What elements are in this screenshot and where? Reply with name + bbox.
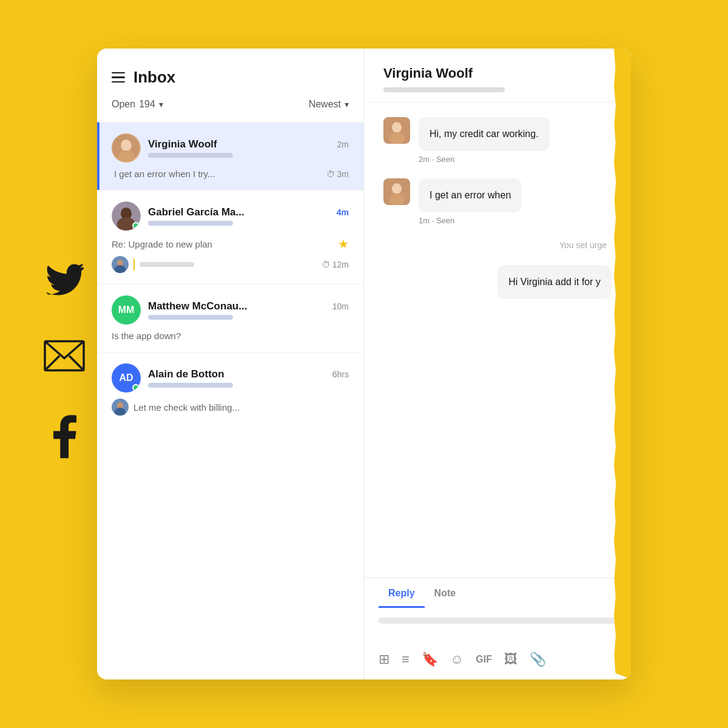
message-row-2: I get an error when 1m · Seen (383, 178, 612, 225)
msg-avatar-customer-2 (383, 178, 410, 205)
facebook-icon[interactable] (49, 415, 79, 464)
conv-preview-text-alain: Let me check with billing... (133, 402, 240, 413)
chat-contact-name: Virginia Woolf (383, 66, 473, 81)
conversation-item-virginia-woolf[interactable]: Virginia Woolf 2m I get an error when I … (97, 122, 363, 190)
conv-preview-time-virginia: 3m (337, 169, 349, 179)
reply-area: Reply Note ⊞ ≡ 🔖 ☺ GIF 🖼 📎 (364, 578, 631, 679)
avatar-virginia-woolf (112, 133, 141, 163)
conv-re-subject: Re: Upgrade to new plan (112, 239, 212, 249)
count-label: 194 (139, 99, 155, 110)
conv-preview-alain: Let me check with billing... (112, 399, 349, 416)
svg-point-17 (392, 122, 402, 133)
conv-time-meta-gabriel: ⏱ 12m (322, 260, 349, 269)
inbox-filter-bar: Open 194 ▾ Newest ▾ (97, 99, 363, 122)
conv-name-matthew: Matthew McConau... (148, 300, 247, 312)
reply-toolbar: ⊞ ≡ 🔖 ☺ GIF 🖼 📎 (364, 644, 631, 679)
sub-avatar-gabriel (112, 256, 129, 273)
sort-filter[interactable]: Newest ▾ (309, 99, 349, 110)
svg-line-1 (45, 356, 59, 371)
sub-avatar-alain (112, 399, 129, 416)
grid-icon[interactable]: ⊞ (379, 652, 389, 667)
chat-messages: Hi, my credit car working. 2m · Seen (364, 103, 631, 578)
menu-button[interactable] (112, 72, 125, 83)
email-icon[interactable] (42, 339, 86, 379)
conv-bottom-gabriel: Re: Upgrade to new plan ★ (112, 237, 349, 251)
status-chevron-icon: ▾ (159, 99, 163, 109)
message-text-1: Hi, my credit car working. (430, 129, 539, 139)
conv-name-virginia: Virginia Woolf (148, 138, 217, 150)
msg-avatar-customer-1 (383, 117, 410, 144)
conv-re-subject-row: Re: Upgrade to new plan (112, 239, 212, 249)
emoji-icon[interactable]: ☺ (450, 652, 463, 667)
conv-name-alain: Alain de Botton (148, 368, 224, 380)
conv-subtitle-bar (148, 153, 233, 158)
clock-icon: ⏱ (326, 169, 335, 179)
chat-header: Virginia Woolf (364, 49, 631, 103)
svg-point-20 (392, 183, 402, 194)
text-icon[interactable]: ≡ (402, 652, 410, 667)
message-meta-1: 2m · Seen (419, 155, 550, 164)
conv-info-virginia: Virginia Woolf 2m (148, 138, 349, 158)
gif-icon[interactable]: GIF (476, 654, 492, 665)
online-dot-gabriel (132, 222, 140, 229)
conv-preview-virginia: I get an error when I try... ⏱ 3m (114, 169, 349, 179)
social-icons-panel (42, 265, 86, 464)
conv-info-matthew: Matthew McConau... 10m (148, 300, 349, 320)
conv-time-matthew: 10m (332, 302, 349, 311)
twitter-icon[interactable] (45, 265, 84, 303)
reply-tabs: Reply Note (364, 578, 631, 608)
sort-chevron-icon: ▾ (345, 99, 349, 109)
inbox-title: Inbox (133, 68, 175, 87)
message-meta-2: 1m · Seen (419, 216, 522, 225)
reply-input-area[interactable] (364, 608, 631, 644)
avatar-alain: AD (112, 363, 141, 393)
conversation-item-matthew[interactable]: MM Matthew McConau... 10m Is the app dow… (97, 284, 363, 352)
sort-label: Newest (309, 99, 341, 110)
image-icon[interactable]: 🖼 (504, 652, 517, 667)
system-message: You set urge (383, 240, 612, 251)
status-label: Open (112, 99, 135, 110)
app-container: Inbox Open 194 ▾ Newest ▾ (97, 49, 631, 679)
message-text-2: I get an error when (430, 190, 511, 200)
conv-info-alain: Alain de Botton 6hrs (148, 368, 349, 388)
conv-subtitle-bar-alain (148, 383, 233, 388)
paperclip-icon[interactable]: 📎 (530, 652, 546, 667)
message-text-3: Hi Virginia add it for y (508, 277, 601, 287)
tab-reply[interactable]: Reply (379, 578, 425, 608)
svg-point-6 (121, 140, 131, 150)
page-wrapper: Inbox Open 194 ▾ Newest ▾ (0, 0, 728, 728)
conv-subtitle-bar-matthew (148, 315, 233, 320)
message-bubble-3: Hi Virginia add it for y (497, 265, 612, 299)
system-message-text: You set urge (559, 240, 607, 250)
inbox-panel: Inbox Open 194 ▾ Newest ▾ (97, 49, 364, 679)
avatar-gabriel (112, 201, 141, 231)
conv-sub-bar (140, 262, 194, 267)
conv-preview-time-gabriel: 12m (332, 260, 349, 269)
clock-icon-gabriel: ⏱ (322, 260, 330, 269)
conv-time-alain: 6hrs (332, 369, 349, 379)
vertical-divider (133, 258, 135, 271)
reply-input-bar (379, 618, 616, 624)
chat-panel: Virginia Woolf Hi, (364, 49, 631, 679)
avatar-initials-matthew: MM (118, 305, 135, 315)
avatar-matthew: MM (112, 295, 141, 325)
bookmark-icon[interactable]: 🔖 (422, 652, 438, 667)
conv-preview-matthew: Is the app down? (112, 331, 349, 341)
message-bubble-2: I get an error when (419, 178, 522, 212)
status-filter[interactable]: Open 194 ▾ (112, 99, 163, 110)
avatar-initials-alain: AD (119, 372, 133, 383)
conversation-item-alain[interactable]: AD Alain de Botton 6hrs (97, 352, 363, 426)
message-bubble-1: Hi, my credit car working. (419, 117, 550, 151)
conv-preview-meta-virginia: ⏱ 3m (326, 169, 349, 179)
star-icon-gabriel[interactable]: ★ (338, 237, 349, 251)
chat-header-bar (383, 87, 505, 92)
tab-note[interactable]: Note (425, 578, 466, 608)
conv-name-gabriel: Gabriel García Ma... (148, 206, 244, 218)
conv-time-virginia: 2m (337, 140, 349, 149)
conv-preview-text-virginia: I get an error when I try... (114, 169, 326, 179)
conv-preview-text-matthew: Is the app down? (112, 331, 349, 341)
conv-time-gabriel: 4m (337, 207, 349, 217)
inbox-header: Inbox (97, 49, 363, 99)
online-dot-alain (132, 384, 140, 391)
conversation-item-gabriel[interactable]: Gabriel García Ma... 4m Re: Upgrade to n… (97, 190, 363, 284)
